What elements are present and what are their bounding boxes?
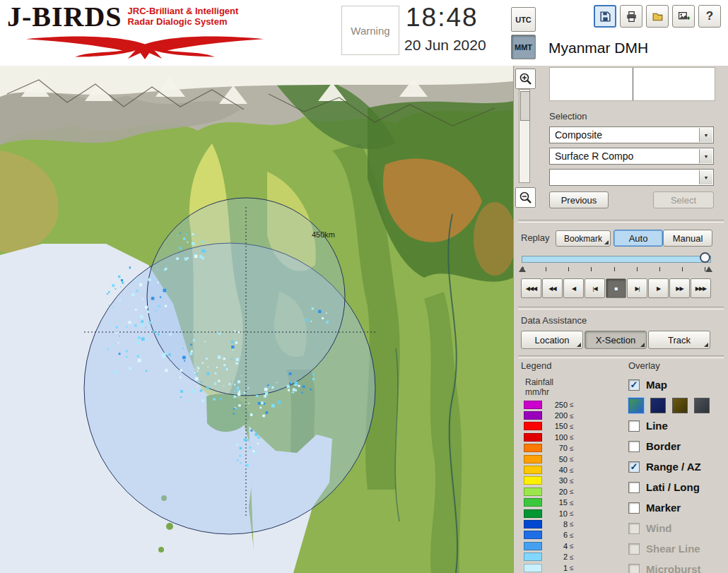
open-folder-icon: [652, 11, 664, 23]
legend-value: 200: [544, 411, 568, 420]
radar-map-canvas: 450km: [0, 66, 513, 573]
x-section-label: X-Section: [596, 335, 635, 345]
legend-color-swatch: [524, 509, 542, 518]
timeline-end-marker[interactable]: [705, 266, 712, 272]
save-button[interactable]: [594, 5, 616, 28]
track-button[interactable]: Track: [648, 331, 710, 349]
legend-value: 6: [544, 531, 568, 539]
print-button[interactable]: [620, 5, 642, 28]
previous-button[interactable]: Previous: [549, 191, 609, 208]
select-button[interactable]: Select: [653, 191, 714, 208]
zoom-scrollbar-thumb[interactable]: [520, 91, 530, 121]
legend-lte-symbol: ≤: [570, 553, 574, 561]
logo-title: J-BIRDS: [7, 1, 122, 33]
corner-triangle-icon: [640, 343, 645, 347]
timeline-ticks: [523, 267, 705, 271]
zoom-scrollbar[interactable]: [519, 89, 530, 183]
legend-lte-symbol: ≤: [570, 433, 574, 441]
map-style-swatch-dark[interactable]: [694, 398, 710, 413]
overlay-checkbox-range-az[interactable]: ✓: [628, 461, 640, 473]
timeline-tick: [546, 267, 546, 271]
listbox-divider: [633, 68, 633, 100]
x-section-button[interactable]: X-Section: [585, 331, 647, 349]
map-style-swatch-navy[interactable]: [650, 398, 666, 413]
station-listbox[interactable]: [549, 67, 715, 101]
legend-color-swatch: [524, 411, 542, 420]
jump-end-button[interactable]: ▶▶▶: [691, 278, 711, 298]
overlay-row-range-az: ✓Range / AZ: [628, 456, 728, 477]
step-back-button[interactable]: ◀: [563, 278, 584, 298]
overlay-item-label: Border: [646, 440, 681, 452]
timeline-start-marker[interactable]: [519, 266, 526, 272]
help-icon: ?: [706, 9, 713, 23]
legend-lte-symbol: ≤: [570, 531, 574, 539]
legend-lte-symbol: ≤: [570, 401, 574, 408]
overlay-row-wind: Wind: [628, 518, 728, 538]
overlay-checkbox-border[interactable]: [628, 441, 640, 452]
legend-color-swatch: [524, 455, 542, 463]
manual-button[interactable]: Manual: [663, 230, 712, 247]
mmt-toggle-button[interactable]: MMT: [511, 35, 536, 59]
export-image-icon: [678, 11, 690, 23]
extra-dropdown[interactable]: ▼: [549, 169, 714, 186]
frame-back-button[interactable]: |◀: [585, 278, 605, 298]
overlay-checkbox-lati-long[interactable]: [628, 482, 640, 493]
legend-color-swatch: [524, 542, 542, 550]
chevron-down-icon[interactable]: ▼: [699, 128, 712, 142]
composite-dropdown[interactable]: Composite ▼: [549, 126, 714, 143]
location-label: Location: [534, 335, 569, 345]
overlay-checkbox-wind: [628, 523, 640, 534]
warning-label: Warning: [351, 25, 389, 37]
utc-toggle-button[interactable]: UTC: [511, 7, 536, 32]
radar-map[interactable]: 450km: [0, 66, 513, 573]
corner-triangle-icon: [704, 343, 708, 347]
open-file-button[interactable]: [646, 5, 669, 28]
timeline-tick: [682, 267, 683, 271]
replay-timeline-slider[interactable]: [522, 256, 711, 263]
zoom-out-button[interactable]: [515, 187, 536, 208]
chevron-down-icon[interactable]: ▼: [699, 170, 712, 184]
frame-forward-button[interactable]: ▶|: [627, 278, 647, 298]
jump-start-button[interactable]: ◀◀◀: [521, 278, 541, 298]
legend-row: 100≤: [524, 432, 603, 442]
play-button[interactable]: ▶: [648, 278, 669, 298]
timeline-tick: [637, 267, 638, 271]
chevron-down-icon[interactable]: ▼: [699, 149, 712, 163]
legend-units: Rainfall mm/hr: [525, 377, 553, 397]
save-icon: [599, 11, 611, 23]
range-ring-label: 450km: [312, 230, 335, 239]
map-style-swatch-terrain[interactable]: [628, 398, 644, 413]
legend-value: 1: [544, 564, 568, 572]
jbirds-logo: J-BIRDS JRC-Brilliant & Intelligent Rada…: [7, 1, 290, 65]
bookmark-button[interactable]: Bookmark: [556, 230, 611, 247]
fast-forward-button[interactable]: ▶▶: [669, 278, 690, 298]
zoom-in-button[interactable]: [515, 69, 536, 89]
location-button[interactable]: Location: [521, 331, 583, 349]
legend-color-swatch: [524, 488, 542, 496]
overlay-checkbox-marker[interactable]: [628, 502, 640, 514]
timeline-handle[interactable]: [700, 252, 710, 263]
legend-value: 2: [544, 553, 568, 561]
separator: [518, 307, 724, 309]
legend-value: 70: [544, 444, 568, 452]
legend-row: 10≤: [524, 508, 603, 519]
overlay-checkbox-map[interactable]: ✓: [628, 379, 640, 391]
selection-label: Selection: [549, 111, 587, 122]
map-style-swatch-olive[interactable]: [672, 398, 688, 413]
stop-button[interactable]: ■: [606, 278, 626, 298]
help-button[interactable]: ?: [698, 5, 721, 28]
legend-value: 20: [544, 488, 568, 496]
logo-subtitle: JRC-Brilliant & Intelligent Radar Dialog…: [128, 1, 239, 27]
separator: [518, 220, 724, 223]
legend-lte-symbol: ≤: [570, 542, 574, 550]
auto-button[interactable]: Auto: [613, 230, 663, 247]
legend-lte-symbol: ≤: [570, 520, 574, 528]
warning-button[interactable]: Warning: [341, 6, 399, 55]
product-dropdown[interactable]: Surface R Compo ▼: [549, 148, 714, 165]
export-image-button[interactable]: [672, 5, 695, 28]
legend-color-swatch: [524, 531, 542, 539]
fast-rewind-button[interactable]: ◀◀: [542, 278, 563, 298]
legend-row: 4≤: [524, 540, 603, 551]
overlay-checkbox-line[interactable]: [628, 420, 640, 432]
legend-color-swatch: [524, 553, 542, 561]
